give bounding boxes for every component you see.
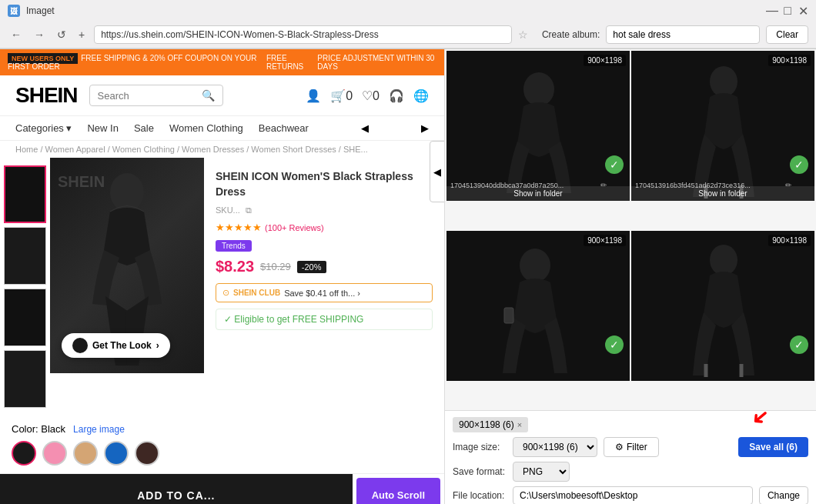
add-to-cart-button[interactable]: ADD TO CA... (0, 474, 353, 504)
check-icon-2[interactable]: ✓ (790, 155, 808, 174)
format-label: Save format: (453, 466, 507, 477)
size-tag: 900×1198 (6) × (453, 417, 528, 432)
sku-label: SKU... (216, 205, 240, 215)
auto-scroll-button[interactable]: Auto Scroll (356, 478, 440, 504)
breadcrumb-women-apparel[interactable]: Women Apparel (45, 145, 105, 154)
image-cell-2: 900×1198 ✓ 1704513916b3fd451ad62d73ce316… (631, 51, 814, 201)
cart-icon[interactable]: 🛒0 (330, 88, 353, 103)
image-svg-3 (446, 231, 630, 381)
expand-tab[interactable]: ◀ (430, 141, 445, 202)
search-input[interactable] (98, 90, 198, 102)
shein-website-panel: NEW USERS ONLYFREE SHIPPING & 20% OFF CO… (0, 49, 445, 504)
breadcrumb-women-dresses[interactable]: Women Dresses (182, 145, 244, 154)
thumbnail-4[interactable] (4, 350, 46, 408)
size-tag-close[interactable]: × (517, 420, 522, 429)
breadcrumb-home[interactable]: Home (15, 145, 38, 154)
shein-logo[interactable]: SHEIN (15, 83, 78, 108)
size-tag-label: 900×1198 (6) (459, 419, 514, 430)
color-label-row: Color: Black Large image (12, 423, 433, 435)
filter-button[interactable]: ⚙ Filter (604, 437, 659, 457)
format-select[interactable]: PNG JPG WEBP (513, 462, 570, 482)
refresh-button[interactable]: ↺ (54, 27, 69, 42)
show-in-folder-btn-1[interactable]: Show in folder (446, 186, 630, 201)
app-title: Imaget (26, 5, 761, 16)
club-row: ⊙ SHEIN CLUB Save $0.41 off th... › (216, 283, 433, 302)
swatch-blue[interactable] (104, 441, 129, 466)
check-icon-3[interactable]: ✓ (605, 335, 624, 354)
promo-text3: PRICE ADJUSTMENT WITHIN 30 DAYS (317, 54, 436, 71)
breadcrumb-short-dresses[interactable]: Women Short Dresses (251, 145, 336, 154)
image-svg-4 (631, 231, 814, 381)
image-dims-1: 900×1198 (584, 55, 626, 66)
image-dims-4: 900×1198 (768, 235, 811, 246)
product-title: SHEIN ICON Women'S Black Strapless Dress (216, 169, 433, 199)
svg-point-6 (520, 249, 550, 282)
breadcrumb-women-clothing[interactable]: Women Clothing (112, 145, 175, 154)
bookmark-icon[interactable]: ☆ (518, 28, 528, 41)
large-image-link[interactable]: Large image (73, 424, 125, 435)
thumbnail-2[interactable] (4, 227, 46, 285)
clear-button[interactable]: Clear (766, 25, 808, 44)
club-text[interactable]: Save $0.41 off th... › (284, 289, 360, 298)
show-in-folder-btn-2[interactable]: Show in folder (631, 186, 814, 201)
price-current: $8.23 (216, 258, 254, 275)
sku-row: SKU... ⧉ (216, 205, 433, 215)
close-button[interactable]: ✕ (798, 5, 808, 16)
change-button[interactable]: Change (759, 486, 808, 504)
image-grid: 900×1198 ✓ 17045139040ddbbca37a0d87a250.… (445, 49, 816, 410)
search-icon[interactable]: 🔍 (202, 89, 215, 102)
color-swatches (12, 441, 433, 466)
address-input[interactable] (94, 25, 512, 44)
nav-beachwear[interactable]: Beachwear (259, 122, 309, 134)
new-tab-button[interactable]: + (75, 27, 88, 42)
save-all-button[interactable]: Save all (6) (738, 437, 808, 457)
user-icon[interactable]: 👤 (306, 88, 321, 103)
swatch-pink[interactable] (42, 441, 67, 466)
album-input[interactable] (606, 25, 760, 44)
svg-point-9 (710, 245, 737, 275)
image-dims-3: 900×1198 (584, 235, 626, 246)
nav-left-arrow[interactable]: ◀ (361, 122, 369, 134)
sku-copy-icon[interactable]: ⧉ (246, 205, 252, 215)
nav-women-clothing[interactable]: Women Clothing (169, 122, 243, 134)
title-bar: 🖼 Imaget — □ ✕ (0, 0, 816, 22)
thumbnail-3[interactable] (4, 289, 46, 346)
minimize-button[interactable]: — (767, 5, 778, 16)
browser-chrome: 🖼 Imaget — □ ✕ ← → ↺ + ☆ Create album: C… (0, 0, 816, 49)
nav-categories[interactable]: Categories ▾ (15, 122, 72, 134)
nav-new-in[interactable]: New In (87, 122, 118, 134)
swatch-tan[interactable] (73, 441, 98, 466)
filter-icon: ⚙ (615, 442, 624, 452)
swatch-brown[interactable] (135, 441, 159, 466)
back-button[interactable]: ← (8, 27, 25, 42)
product-details: SHEIN ICON Women'S Black Strapless Dress… (204, 158, 444, 416)
main-product-image: SHEIN Get T (50, 158, 204, 373)
album-label: Create album: (542, 29, 600, 40)
headset-icon[interactable]: 🎧 (389, 88, 404, 103)
thumbnail-strip (0, 158, 50, 416)
window-controls: — □ ✕ (767, 5, 808, 16)
shipping-row: ✓ Eligible to get FREE SHIPPING (216, 309, 433, 330)
get-the-look-button[interactable]: Get The Look › (62, 333, 170, 358)
star-rating: ★★★★★ (216, 222, 262, 233)
check-icon-1[interactable]: ✓ (605, 155, 624, 174)
bottom-buttons: ADD TO CA... Auto Scroll (0, 473, 444, 504)
nav-right-arrow[interactable]: ▶ (421, 122, 429, 134)
image-size-select[interactable]: 900×1198 (6) (513, 437, 597, 457)
check-icon-4[interactable]: ✓ (790, 335, 808, 354)
language-icon[interactable]: 🌐 (413, 88, 429, 103)
maximize-button[interactable]: □ (782, 5, 793, 16)
shein-club-icon: ⊙ (222, 288, 229, 298)
imaget-panel: 900×1198 ✓ 17045139040ddbbca37a0d87a250.… (445, 49, 816, 504)
thumbnail-1[interactable] (4, 165, 46, 223)
image-size-row: Image size: 900×1198 (6) ⚙ Filter Save a… (453, 437, 808, 457)
location-input[interactable] (513, 486, 753, 504)
wishlist-icon[interactable]: ♡0 (362, 88, 380, 103)
nav-sale[interactable]: Sale (134, 122, 154, 134)
forward-button[interactable]: → (31, 27, 48, 42)
discount-badge: -20% (297, 261, 326, 273)
get-look-label: Get The Look (92, 340, 152, 351)
review-count[interactable]: (100+ Reviews) (265, 223, 324, 232)
swatch-black[interactable] (12, 441, 36, 466)
rating-row: ★★★★★ (100+ Reviews) (216, 222, 433, 233)
